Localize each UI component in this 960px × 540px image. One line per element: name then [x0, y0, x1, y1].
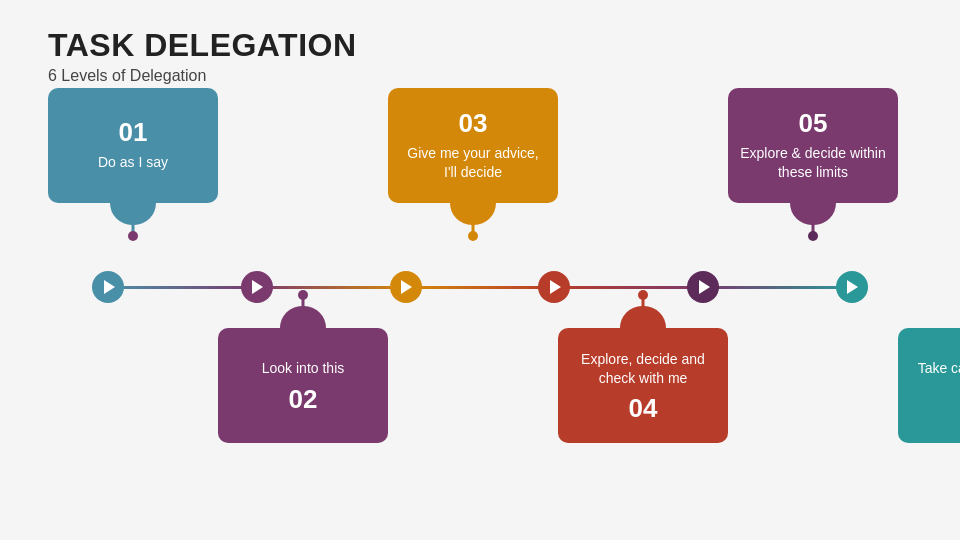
circles-row — [48, 271, 912, 303]
notch-05 — [790, 203, 836, 225]
card-02: Look into this 02 — [218, 328, 388, 443]
subtitle: 6 Levels of Delegation — [48, 67, 912, 85]
circle-4 — [538, 271, 570, 303]
play-icon-2 — [252, 280, 263, 294]
notch-03 — [450, 203, 496, 225]
play-icon-4 — [550, 280, 561, 294]
notch-01 — [110, 203, 156, 225]
card-01: 01 Do as I say — [48, 88, 218, 203]
circle-1 — [92, 271, 124, 303]
circle-6 — [836, 271, 868, 303]
circle-2 — [241, 271, 273, 303]
play-icon-3 — [401, 280, 412, 294]
notch-04 — [620, 306, 666, 328]
circle-5 — [687, 271, 719, 303]
card-03: 03 Give me your advice, I'll decide — [388, 88, 558, 203]
diagram: 01 Do as I say 03 Give me your advice, I… — [48, 88, 912, 508]
card-04: Explore, decide and check with me 04 — [558, 328, 728, 443]
card-06: Take care of it for me 06 — [898, 328, 960, 443]
play-icon-6 — [847, 280, 858, 294]
card-05: 05 Explore & decide within these limits — [728, 88, 898, 203]
play-icon-1 — [104, 280, 115, 294]
main-title: TASK DELEGATION — [48, 28, 912, 63]
notch-02 — [280, 306, 326, 328]
slide: TASK DELEGATION 6 Levels of Delegation 0… — [0, 0, 960, 540]
play-icon-5 — [699, 280, 710, 294]
circle-3 — [390, 271, 422, 303]
